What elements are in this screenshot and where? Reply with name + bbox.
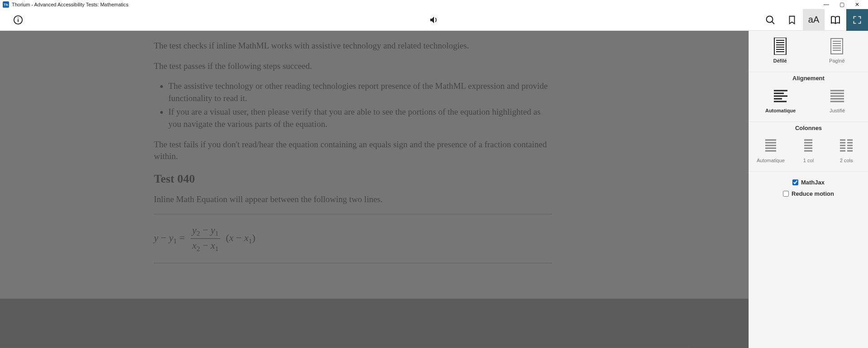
fails-text: The test fails if you don't read/hear th… [154, 139, 552, 163]
steps-list: The assistive technology or other readin… [154, 80, 552, 130]
alignment-group: Alignement Automatique Justifié [749, 72, 868, 122]
cols-one-option[interactable]: 1 col [794, 137, 823, 163]
equation-top-rule [154, 214, 552, 214]
align-justify-icon [828, 87, 846, 105]
app-icon: Th [3, 1, 9, 8]
info-button[interactable] [7, 9, 29, 31]
reduce-motion-checkbox[interactable] [783, 191, 789, 197]
layout-scroll-label: Défilé [773, 58, 787, 63]
cols-auto-icon [762, 137, 780, 155]
svg-line-4 [772, 21, 774, 24]
window-title: Thorium - Advanced Accessibility Tests: … [12, 2, 129, 7]
maximize-button[interactable]: ▢ [837, 1, 846, 8]
cols-two-label: 2 cols [840, 158, 853, 163]
paginate-layout-icon [828, 37, 846, 55]
intro-text: The test checks if inline MathML works w… [154, 40, 552, 52]
page-content: The test checks if inline MathML works w… [154, 34, 552, 280]
bookmark-icon [787, 15, 797, 25]
columns-title: Colonnes [754, 125, 863, 131]
layout-scroll-option[interactable]: Défilé [766, 37, 795, 63]
fullscreen-button[interactable] [846, 9, 868, 31]
svg-point-3 [767, 16, 773, 22]
layout-group: Défilé Paginé [749, 33, 868, 72]
align-left-icon [772, 87, 790, 105]
mathjax-toggle[interactable]: MathJax [792, 179, 825, 186]
columns-group: Colonnes Automatique 1 col [749, 122, 868, 172]
cols-one-icon [799, 137, 817, 155]
svg-point-2 [18, 17, 19, 18]
test-heading: Test 040 [154, 171, 552, 187]
settings-sidebar: Défilé Paginé Alignement Automatique [749, 31, 868, 348]
main-area: The test checks if inline MathML works w… [0, 31, 868, 348]
equation-bottom-rule [154, 263, 552, 263]
reduce-motion-toggle[interactable]: Reduce motion [783, 190, 834, 197]
cols-one-label: 1 col [803, 158, 814, 163]
inline-msg: Inline Math Equation will appear between… [154, 193, 552, 206]
reader-viewport: The test checks if inline MathML works w… [0, 31, 749, 348]
scroll-layout-icon [771, 37, 789, 55]
mathjax-checkbox[interactable] [792, 179, 798, 185]
cols-auto-label: Automatique [757, 158, 785, 163]
layout-paginate-label: Paginé [829, 58, 844, 63]
top-toolbar: aA [0, 9, 868, 31]
minimize-button[interactable]: — [822, 1, 831, 8]
window-titlebar: Th Thorium - Advanced Accessibility Test… [0, 0, 868, 9]
cols-two-icon [837, 137, 855, 155]
cols-two-option[interactable]: 2 cols [832, 137, 861, 163]
cols-auto-option[interactable]: Automatique [756, 137, 785, 163]
reduce-motion-label: Reduce motion [792, 190, 834, 197]
bookmark-button[interactable] [781, 9, 803, 31]
search-icon [765, 14, 776, 25]
toc-button[interactable] [825, 9, 846, 31]
mathjax-label: MathJax [801, 179, 825, 186]
fullscreen-icon [853, 15, 862, 24]
list-item: The assistive technology or other readin… [168, 80, 552, 104]
speaker-icon [429, 15, 439, 25]
info-icon [13, 15, 23, 25]
passes-intro: The test passes if the following steps s… [154, 60, 552, 72]
math-equation: y − y1 = y2 − y1 x2 − x1 (x − x1) [154, 221, 552, 256]
align-justify-option[interactable]: Justifié [823, 87, 852, 113]
aa-icon: aA [808, 14, 819, 25]
text-settings-button[interactable]: aA [803, 9, 825, 31]
list-item: If you are a visual user, then please ve… [168, 106, 552, 130]
checkbox-group: MathJax Reduce motion [749, 172, 868, 200]
align-auto-label: Automatique [765, 108, 796, 113]
alignment-title: Alignement [754, 75, 863, 82]
align-justify-label: Justifié [830, 108, 845, 113]
align-auto-option[interactable]: Automatique [765, 87, 796, 113]
window-controls: — ▢ ✕ [822, 1, 865, 8]
search-button[interactable] [759, 9, 781, 31]
audio-button[interactable] [423, 9, 445, 31]
close-button[interactable]: ✕ [853, 1, 862, 8]
book-open-icon [830, 14, 841, 25]
layout-paginate-option[interactable]: Paginé [822, 37, 851, 63]
